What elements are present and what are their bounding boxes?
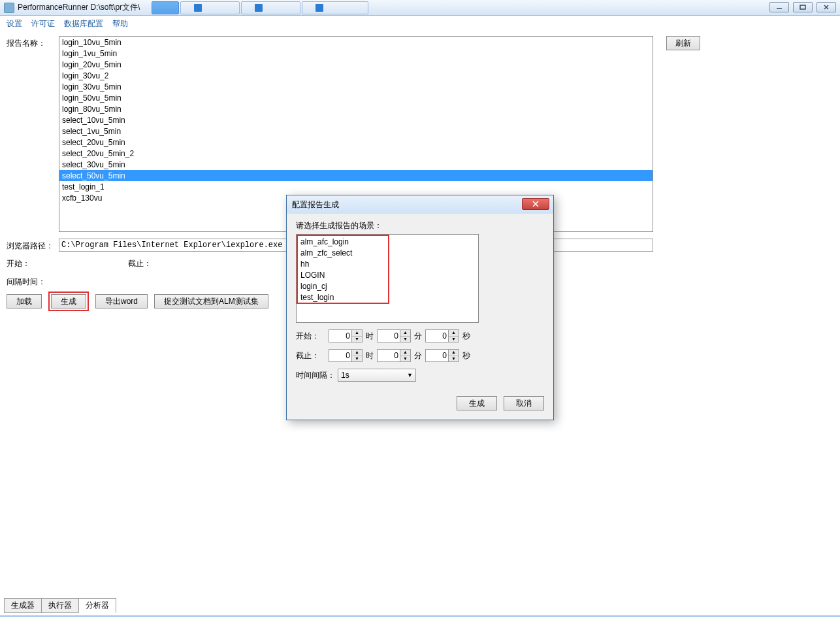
scene-list-item[interactable]: LOGIN	[298, 269, 388, 280]
app-window: PerformanceRunner D:\soft\pr文件\ 设置 许可证 数…	[0, 0, 840, 617]
second-unit: 秒	[462, 331, 471, 342]
dialog-title: 配置报告生成	[292, 199, 339, 210]
close-button[interactable]	[816, 2, 836, 12]
start-hour-input[interactable]	[329, 330, 351, 342]
start-hour-spinner[interactable]: ▲▼	[329, 329, 363, 342]
hour-unit: 时	[365, 331, 374, 342]
interval-combobox[interactable]: 1s ▼	[338, 369, 416, 382]
report-list-item[interactable]: select_20vu_5min	[59, 137, 653, 148]
up-arrow-icon[interactable]: ▲	[352, 330, 362, 337]
taskbar-items	[152, 1, 368, 14]
svg-rect-1	[800, 5, 805, 9]
hour-unit: 时	[365, 350, 374, 361]
interval-label: 间隔时间：	[7, 275, 59, 288]
taskbar-item-active[interactable]	[152, 1, 179, 14]
submit-alm-button[interactable]: 提交测试文档到ALM测试集	[154, 294, 268, 308]
taskbar-item-1[interactable]	[180, 1, 240, 14]
report-name-label: 报告名称：	[7, 36, 59, 49]
menubar: 设置 许可证 数据库配置 帮助	[0, 16, 840, 31]
menu-settings[interactable]: 设置	[7, 18, 22, 29]
end-second-spinner[interactable]: ▲▼	[425, 349, 459, 362]
report-list-item[interactable]: login_50vu_5min	[59, 92, 653, 103]
minute-unit: 分	[413, 350, 423, 361]
report-list-item[interactable]: select_20vu_5min_2	[59, 148, 653, 159]
report-list-item[interactable]: select_30vu_5min	[59, 159, 653, 170]
down-arrow-icon[interactable]: ▼	[352, 337, 362, 342]
report-list-item[interactable]: select_50vu_5min	[59, 170, 653, 181]
report-list-item[interactable]: test_login_1	[59, 181, 653, 192]
dialog-titlebar: 配置报告生成	[287, 195, 553, 214]
browser-path-label: 浏览器路径：	[7, 239, 59, 252]
maximize-button[interactable]	[793, 2, 813, 12]
report-list-item[interactable]: login_80vu_5min	[59, 103, 653, 114]
scene-prompt: 请选择生成报告的场景：	[296, 220, 544, 231]
menu-help[interactable]: 帮助	[112, 18, 128, 29]
doc-icon	[315, 4, 323, 12]
up-arrow-icon[interactable]: ▲	[352, 350, 362, 356]
report-list-item[interactable]: login_20vu_5min	[59, 59, 653, 70]
doc-icon	[194, 4, 202, 12]
config-report-dialog: 配置报告生成 请选择生成报告的场景： alm_afc_loginalm_zfc_…	[286, 195, 554, 420]
dialog-body: 请选择生成报告的场景： alm_afc_loginalm_zfc_selecth…	[287, 214, 553, 390]
doc-icon	[255, 4, 263, 12]
tab-executor[interactable]: 执行器	[41, 598, 79, 613]
report-list-item[interactable]: login_10vu_5min	[59, 37, 653, 48]
interval-select-row: 时间间隔： 1s ▼	[296, 369, 544, 382]
end-hour-spinner[interactable]: ▲▼	[329, 349, 363, 362]
report-list-item[interactable]: login_1vu_5min	[59, 48, 653, 59]
dialog-close-button[interactable]	[522, 198, 549, 210]
dialog-generate-button[interactable]: 生成	[457, 396, 497, 410]
scene-list-highlight: alm_afc_loginalm_zfc_selecthhLOGINlogin_…	[297, 235, 389, 304]
up-arrow-icon[interactable]: ▲	[449, 350, 459, 356]
up-arrow-icon[interactable]: ▲	[400, 330, 410, 337]
down-arrow-icon[interactable]: ▼	[400, 356, 410, 362]
up-arrow-icon[interactable]: ▲	[400, 350, 410, 356]
start-second-input[interactable]	[426, 330, 448, 342]
down-arrow-icon[interactable]: ▼	[352, 356, 362, 362]
scene-list[interactable]: alm_afc_loginalm_zfc_selecthhLOGINlogin_…	[296, 234, 479, 323]
export-word-button[interactable]: 导出word	[95, 294, 148, 308]
down-arrow-icon[interactable]: ▼	[449, 356, 459, 362]
dialog-end-label: 截止：	[296, 350, 326, 361]
down-arrow-icon[interactable]: ▼	[449, 337, 459, 342]
app-title: PerformanceRunner D:\soft\pr文件\	[18, 2, 140, 13]
report-list-item[interactable]: login_30vu_5min	[59, 81, 653, 92]
up-arrow-icon[interactable]: ▲	[449, 330, 459, 337]
tab-analyzer[interactable]: 分析器	[78, 598, 116, 613]
menu-license[interactable]: 许可证	[31, 18, 55, 29]
start-second-spinner[interactable]: ▲▼	[425, 329, 459, 342]
end-time-row: 截止： ▲▼ 时 ▲▼ 分 ▲▼ 秒	[296, 349, 544, 362]
scene-list-item[interactable]: login_cj	[298, 280, 388, 292]
end-minute-input[interactable]	[378, 350, 400, 361]
down-arrow-icon[interactable]: ▼	[400, 337, 410, 342]
minute-unit: 分	[413, 331, 423, 342]
second-unit: 秒	[462, 350, 471, 361]
titlebar: PerformanceRunner D:\soft\pr文件\	[0, 0, 840, 16]
load-button[interactable]: 加载	[7, 294, 42, 308]
start-minute-input[interactable]	[378, 330, 400, 342]
taskbar-item-2[interactable]	[241, 1, 300, 14]
report-list-item[interactable]: select_10vu_5min	[59, 114, 653, 125]
dialog-cancel-button[interactable]: 取消	[504, 396, 544, 410]
tab-generator[interactable]: 生成器	[4, 598, 42, 613]
chevron-down-icon: ▼	[407, 372, 413, 378]
dialog-footer: 生成 取消	[287, 390, 553, 420]
generate-button[interactable]: 生成	[51, 294, 86, 308]
scene-list-item[interactable]: hh	[298, 258, 388, 269]
start-minute-spinner[interactable]: ▲▼	[377, 329, 411, 342]
start-label: 开始：	[7, 258, 30, 269]
refresh-button[interactable]: 刷新	[666, 36, 700, 50]
end-minute-spinner[interactable]: ▲▼	[377, 349, 411, 362]
menu-dbconfig[interactable]: 数据库配置	[64, 18, 103, 29]
scene-list-item[interactable]: alm_zfc_select	[298, 247, 388, 258]
scene-list-item[interactable]: test_login	[298, 292, 388, 303]
start-time-row: 开始： ▲▼ 时 ▲▼ 分 ▲▼ 秒	[296, 329, 544, 342]
report-list-item[interactable]: select_1vu_5min	[59, 125, 653, 137]
end-second-input[interactable]	[426, 350, 448, 361]
scene-list-item[interactable]: alm_afc_login	[298, 236, 388, 247]
taskbar-item-3[interactable]	[302, 1, 369, 14]
bottom-tabs: 生成器 执行器 分析器	[4, 598, 116, 613]
end-hour-input[interactable]	[329, 350, 351, 361]
minimize-button[interactable]	[769, 2, 789, 12]
report-list-item[interactable]: login_30vu_2	[59, 70, 653, 81]
